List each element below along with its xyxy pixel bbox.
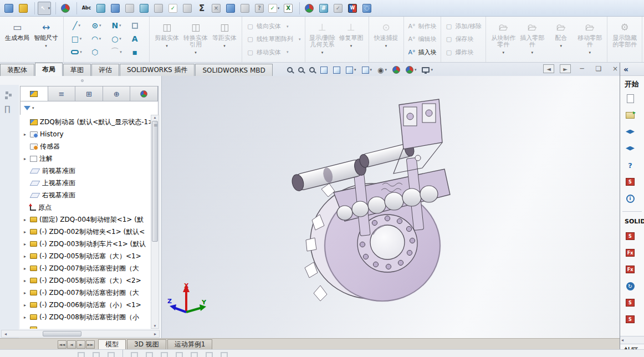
tree-row[interactable]: (-) ZDQ-002制动钳夹<1> (默认< (20, 226, 151, 238)
tree-row[interactable]: ZDQ制动器 (默认<默认_显示状态-1> (20, 116, 151, 128)
tree-row[interactable]: (-) ZDQ-005制动活塞（大）<1> (20, 250, 151, 262)
assembly-visualization-icon[interactable]: ▾ (303, 2, 316, 15)
window-control-button[interactable]: ❏ (593, 64, 604, 73)
driveworks-icon[interactable]: W ▾ (346, 2, 359, 15)
tab-dimxpertmanager[interactable]: ⊕ (103, 86, 131, 101)
heads-up-button[interactable]: ▾ (308, 67, 316, 73)
window-control-button[interactable]: ► (560, 64, 571, 73)
task-pane-item[interactable] (625, 140, 635, 157)
tree-expander-icon[interactable] (22, 290, 28, 295)
panel-strip-icon-2[interactable]: ∏ (4, 104, 14, 113)
heads-up-button[interactable]: ▾ (332, 66, 341, 74)
sketch-entity-button[interactable]: ⌒ ▾ (106, 45, 126, 59)
bottom-tab[interactable]: 运动算例1 (167, 339, 213, 349)
tree-horizontal-scrollbar[interactable]: ◂ ▸ (1, 330, 160, 338)
bottom-tab[interactable]: 3D 视图 (127, 339, 166, 349)
sketch-entity-button[interactable]: ◠ ▾ (86, 32, 106, 45)
task-pane-tool[interactable]: S (625, 228, 635, 244)
ribbon-row-button[interactable]: ▢ 镜向实体 ▾ (245, 21, 302, 33)
ribbon-big-button[interactable]: ⊥ 修复草图 ▾ (337, 19, 366, 50)
command-tab[interactable]: 布局 (35, 63, 63, 76)
toolbar-separator[interactable]: ▾ (52, 2, 56, 14)
tab-displaymanager[interactable] (130, 86, 158, 101)
tree-row[interactable]: (固定) ZDQ-004制动钳架<1> (默 (20, 213, 151, 226)
clearance-verification-icon[interactable]: ▾ (181, 2, 194, 15)
bottom-tab[interactable]: 模型 (98, 339, 126, 349)
component-button[interactable]: 🗁︎ 配合 ▾ (546, 19, 575, 50)
heads-up-button[interactable]: ▾ (421, 67, 434, 73)
panel-strip-icon-1[interactable] (6, 91, 8, 94)
edit-appearance-icon[interactable]: ▾ (59, 2, 72, 15)
component-button[interactable]: 🗁︎ 移动零部件 ▾ (575, 19, 604, 57)
component-button[interactable]: 🗁︎ 从块制作零件 ▾ (489, 19, 518, 57)
block-row-button[interactable]: ▢ 添加/移除 (444, 21, 483, 33)
tree-vertical-scrollbar[interactable]: ▴ ▾ (151, 115, 159, 329)
tree-row[interactable]: 右视基准面 (20, 189, 151, 201)
task-pane-item[interactable] (625, 107, 635, 124)
command-tab[interactable]: 草图 (63, 64, 91, 76)
interference-detection-icon[interactable]: ✓ ▾ (166, 2, 180, 15)
block-row-button[interactable]: ▢ 保存块 (444, 33, 483, 45)
task-pane-scrollbar[interactable]: ◂ (620, 336, 644, 344)
block-row-button[interactable]: A° 制作块 (407, 21, 438, 33)
sketch-entity-button[interactable]: ▾ (126, 19, 146, 32)
tree-row[interactable]: 前视基准面 (20, 165, 151, 177)
task-pane-item[interactable]: S (625, 174, 635, 190)
scroll-up-arrow[interactable]: ▴ (152, 115, 158, 120)
ribbon-big-button[interactable]: ◫ 等距实体 ▾ (210, 19, 239, 50)
show-hidden-components-button[interactable]: ⚙︎ 显示隐藏的零部件 (610, 19, 639, 49)
heads-up-button[interactable]: ◉ ▾ (376, 65, 388, 75)
sheet-nav-button[interactable]: ►► (86, 340, 95, 349)
sheet-nav-button[interactable]: ► (76, 340, 85, 349)
ribbon-big-button[interactable]: ◫ 剪裁实体 ▾ (152, 19, 181, 50)
collapse-pane-button[interactable]: « (623, 65, 628, 74)
heads-up-button[interactable]: ▾ (391, 65, 401, 74)
sketch-entity-button[interactable]: □ ▾ (67, 32, 86, 45)
command-tab[interactable]: SOLIDWORKS 插件 (120, 64, 195, 76)
block-row-button[interactable]: ▢ 爆炸块 (444, 46, 483, 58)
design-checker-icon[interactable]: ✓ ▾ (267, 2, 280, 15)
tree-row[interactable] (20, 323, 151, 329)
tree-row[interactable]: (-) ZDQ-007制动活塞密封圈（大 (20, 262, 151, 274)
scroll-right-arrow[interactable]: ▸ (151, 332, 159, 336)
sheet-nav-button[interactable]: ◄◄ (58, 340, 67, 349)
tree-expander-icon[interactable] (22, 327, 28, 329)
view-orientation-box-icon[interactable]: ▾ (17, 2, 30, 15)
file-properties-icon[interactable]: ? ▾ (253, 2, 266, 15)
tree-expander-icon[interactable] (22, 230, 28, 234)
task-pane-tool[interactable]: S (625, 311, 635, 328)
window-control-button[interactable]: ─ (576, 64, 587, 73)
tree-row[interactable]: History (20, 128, 151, 140)
toolbar-separator[interactable]: ▾ (31, 2, 35, 14)
heads-up-button[interactable]: ▾ (319, 66, 329, 74)
task-pane-item[interactable]: i (625, 190, 635, 207)
graphics-viewport[interactable]: X Y Z (162, 76, 620, 339)
sketch-entity-button[interactable]: ╱ ▾ (67, 19, 86, 32)
ribbon-big-button[interactable]: ⊥ 显示/删除几何关系 ▾ (308, 19, 337, 57)
select-cursor-icon[interactable]: ↖ ▾ (38, 2, 51, 15)
heads-up-button[interactable]: ▾ (286, 67, 294, 73)
block-row-button[interactable]: A° 插入块 (407, 46, 438, 58)
tree-expander-icon[interactable] (22, 254, 28, 259)
tree-expander-icon[interactable] (22, 242, 28, 247)
tree-expander-icon[interactable] (22, 278, 28, 283)
tree-row[interactable]: (-) ZDQ-005制动活塞（大）<2> (20, 274, 151, 287)
heads-up-button[interactable]: ▾ (405, 65, 418, 74)
tree-vscroll-thumb[interactable] (152, 121, 158, 242)
heads-up-button[interactable]: ▾ (297, 67, 305, 73)
mesh-grid-icon[interactable]: # ▾ (317, 2, 330, 15)
task-pane-tool[interactable]: Fx (625, 244, 635, 261)
sensor-icon[interactable]: ▾ (152, 2, 165, 15)
panel-drag-grip[interactable] (0, 76, 162, 85)
create-layout-button[interactable]: ▭ 生成布局 (3, 19, 32, 43)
tree-row[interactable]: (-) ZDQ-008制动活塞密封圈（小 (20, 311, 151, 323)
tree-expander-icon[interactable] (22, 303, 28, 308)
task-pane-item[interactable]: ? (625, 157, 635, 174)
tree-row[interactable]: (-) ZDQ-006制动活塞（小）<1> (20, 299, 151, 311)
task-pane-tool[interactable]: ↻ (625, 278, 635, 294)
task-pane-tool[interactable]: S (625, 294, 635, 311)
performance-evaluation-icon[interactable]: ▾ (137, 2, 151, 15)
block-row-button[interactable]: A° 编辑块 (407, 33, 438, 45)
scroll-left-arrow[interactable]: ◂ (621, 338, 623, 343)
tree-row[interactable]: 注解 (20, 152, 151, 165)
